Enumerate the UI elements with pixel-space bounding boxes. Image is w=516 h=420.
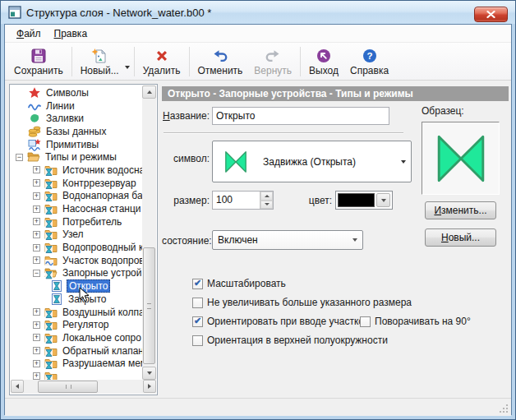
scroll-right-button[interactable] bbox=[143, 380, 156, 393]
check-icon: ✔ bbox=[194, 279, 201, 288]
menu-edit[interactable]: Правка bbox=[48, 26, 94, 41]
tree-item[interactable]: + Обратный клапан bbox=[10, 344, 142, 358]
tree-item-lines[interactable]: Линии bbox=[10, 99, 142, 113]
tree-item[interactable]: + Источник водосна bbox=[10, 164, 142, 177]
vertical-scroll-thumb[interactable] bbox=[143, 247, 155, 364]
tree-item[interactable]: + Водонапорная ба bbox=[10, 190, 142, 203]
resize-grip-icon[interactable] bbox=[499, 404, 509, 413]
scroll-down-button[interactable] bbox=[142, 367, 156, 380]
folder-mode-icon bbox=[44, 189, 58, 202]
tree-item-primitives[interactable]: Примитивы bbox=[10, 138, 142, 151]
tree-item[interactable]: + Водопроводный к bbox=[10, 241, 142, 254]
scroll-up-button[interactable] bbox=[142, 85, 156, 99]
delete-button[interactable]: Удалить bbox=[137, 44, 187, 79]
expand-icon[interactable]: + bbox=[33, 166, 40, 173]
expand-icon[interactable]: + bbox=[33, 360, 40, 367]
spin-up-button[interactable] bbox=[260, 192, 273, 201]
close-button[interactable] bbox=[474, 7, 508, 22]
tree-item[interactable]: + Регулятор bbox=[10, 318, 142, 331]
new-symbol-button[interactable]: Новый... bbox=[425, 228, 496, 247]
tree-item[interactable]: + Участок водопров bbox=[10, 254, 142, 267]
save-icon bbox=[30, 48, 47, 64]
color-dropdown[interactable] bbox=[335, 191, 393, 210]
toolbar: Сохранить Новый... bbox=[5, 43, 511, 81]
folder-mode-icon bbox=[44, 241, 58, 254]
collapse-icon[interactable]: − bbox=[33, 270, 40, 277]
expand-icon[interactable]: + bbox=[33, 334, 40, 341]
tree-item[interactable]: + Потребитель bbox=[10, 215, 142, 228]
tree-item-open[interactable]: Открыто bbox=[10, 279, 142, 293]
new-dropdown-arrow-icon[interactable] bbox=[125, 66, 130, 69]
open-folder-icon bbox=[27, 150, 40, 164]
symbol-label: символ: bbox=[162, 153, 210, 164]
scroll-left-button[interactable] bbox=[11, 380, 24, 393]
tree-item-label: Локальное сопро bbox=[61, 332, 142, 344]
menu-file[interactable]: Файл bbox=[10, 26, 48, 41]
expand-icon[interactable]: + bbox=[33, 192, 40, 200]
tree-vertical-scrollbar[interactable] bbox=[142, 85, 156, 380]
expand-icon[interactable]: + bbox=[33, 244, 40, 252]
client-area: Файл Правка Сохранить bbox=[4, 24, 512, 415]
tree-item-label: Обратный клапан bbox=[61, 345, 142, 357]
tree-item[interactable]: + bbox=[10, 370, 142, 380]
symbol-combobox[interactable]: Задвижка (Открыта) bbox=[212, 141, 412, 182]
new-icon bbox=[91, 48, 108, 64]
expand-icon[interactable]: + bbox=[33, 205, 40, 213]
new-button[interactable]: Новый... bbox=[75, 47, 125, 77]
expand-icon[interactable]: + bbox=[33, 321, 40, 329]
tree-item-label: Регулятор bbox=[61, 319, 110, 330]
title-bar[interactable]: Структура слоя - Network_water.b00 * bbox=[1, 1, 515, 24]
expand-icon[interactable]: + bbox=[33, 347, 40, 354]
star-icon bbox=[28, 86, 41, 99]
database-icon bbox=[28, 125, 41, 138]
save-button[interactable]: Сохранить bbox=[8, 44, 69, 79]
name-label: Название: bbox=[162, 110, 210, 122]
rotate-90-checkbox[interactable]: ✔ bbox=[360, 316, 371, 327]
tree-item-closed[interactable]: Закрыто bbox=[10, 293, 142, 306]
upper-semicircle-checkbox[interactable]: ✔ bbox=[192, 335, 203, 346]
window-title: Структура слоя - Network_water.b00 * bbox=[26, 7, 211, 19]
tree-item[interactable]: + Насосная станци bbox=[10, 202, 142, 215]
state-combobox[interactable]: Включен bbox=[212, 230, 363, 250]
symbol-combobox-value: Задвижка (Открыта) bbox=[248, 156, 396, 168]
undo-button[interactable]: Отменить bbox=[192, 44, 249, 79]
menu-bar: Файл Правка bbox=[5, 25, 511, 43]
sample-label: Образец: bbox=[422, 105, 479, 117]
no-enlarge-checkbox[interactable]: ✔ bbox=[192, 298, 203, 308]
tree-item-symbols[interactable]: Символы bbox=[10, 86, 142, 99]
tree-item[interactable]: + Локальное сопро bbox=[10, 331, 142, 344]
expand-icon[interactable]: + bbox=[33, 218, 40, 225]
scale-checkbox[interactable]: ✔ bbox=[192, 279, 203, 289]
color-dropdown-button[interactable] bbox=[376, 193, 390, 207]
folder-line-icon bbox=[44, 254, 58, 267]
tree-horizontal-scrollbar[interactable] bbox=[11, 380, 156, 394]
expand-icon[interactable]: + bbox=[33, 372, 40, 380]
redo-button[interactable]: Вернуть bbox=[248, 44, 297, 79]
tree-item[interactable]: + Узел bbox=[10, 228, 142, 242]
tree-item-valves[interactable]: − Запорные устрой bbox=[10, 267, 142, 280]
tree-item[interactable]: + Воздушный колпа bbox=[10, 306, 142, 319]
tree-item-label: Линии bbox=[44, 100, 76, 112]
collapse-icon[interactable]: − bbox=[16, 154, 23, 161]
tree-item-fills[interactable]: Заливки bbox=[10, 112, 142, 125]
help-button[interactable]: ? Справка bbox=[344, 44, 394, 79]
tree-item-databases[interactable]: Базы данных bbox=[10, 125, 142, 138]
size-spinner[interactable]: 100 bbox=[212, 191, 274, 210]
expand-icon[interactable]: + bbox=[33, 256, 40, 264]
color-label: цвет: bbox=[277, 195, 332, 206]
spin-down-button[interactable] bbox=[260, 201, 273, 210]
tree-item-types-modes[interactable]: − Типы и режимы bbox=[10, 150, 142, 164]
tree-item[interactable]: + Контррезервуар bbox=[10, 177, 142, 190]
exit-button[interactable]: Выход bbox=[303, 44, 344, 79]
orient-on-input-checkbox[interactable]: ✔ bbox=[192, 316, 203, 327]
tree-item-label: Символы bbox=[44, 87, 90, 99]
folder-mode-icon bbox=[44, 177, 58, 190]
primitives-icon bbox=[28, 138, 41, 151]
expand-icon[interactable]: + bbox=[33, 231, 40, 238]
name-input[interactable] bbox=[212, 107, 389, 125]
expand-icon[interactable]: + bbox=[33, 179, 40, 187]
tree-item[interactable]: + Разрушаемая мем bbox=[10, 357, 142, 370]
horizontal-scroll-thumb[interactable] bbox=[38, 381, 98, 393]
change-button[interactable]: Изменить... bbox=[425, 201, 496, 219]
expand-icon[interactable]: + bbox=[33, 308, 40, 316]
